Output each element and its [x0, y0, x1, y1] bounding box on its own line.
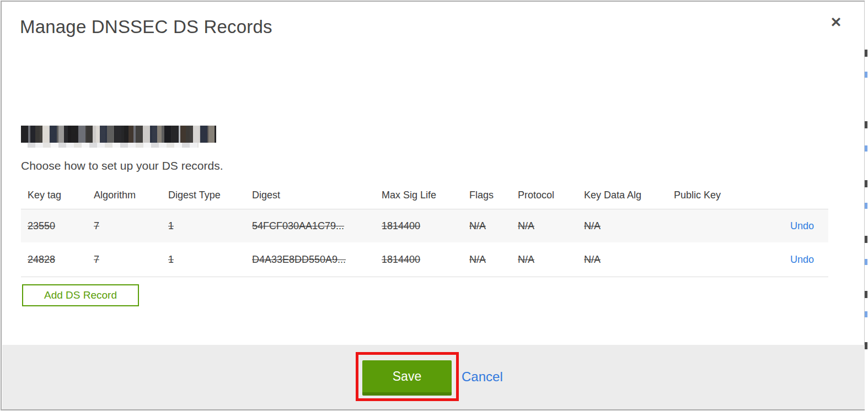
cell-algorithm: 7: [94, 254, 168, 266]
add-ds-record-button[interactable]: Add DS Record: [22, 284, 139, 306]
col-header-max-sig-life: Max Sig Life: [382, 190, 469, 201]
table-row: 24828 7 1 D4A33E8DD550A9... 1814400 N/A …: [21, 242, 828, 277]
col-header-public-key: Public Key: [674, 190, 751, 201]
clipped-background-text: [865, 145, 867, 152]
screenshot-canvas: Manage DNSSEC DS Records ✕ Choose how to…: [0, 0, 868, 411]
cell-protocol: N/A: [518, 254, 584, 266]
clipped-background-text: [865, 50, 867, 57]
redacted-domain-name: [21, 126, 216, 143]
clipped-background-text: [865, 236, 867, 243]
col-header-key-tag: Key tag: [21, 190, 94, 201]
cell-flags: N/A: [469, 254, 518, 266]
clipped-background-text: [865, 291, 867, 298]
table-header-row: Key tag Algorithm Digest Type Digest Max…: [21, 182, 828, 209]
clipped-background-text: [865, 121, 867, 128]
clipped-background-text: [865, 342, 867, 349]
col-header-protocol: Protocol: [518, 190, 584, 201]
table-row: 23550 7 1 54FCF030AA1C79... 1814400 N/A …: [21, 209, 828, 242]
col-header-algorithm: Algorithm: [94, 190, 168, 201]
close-icon[interactable]: ✕: [827, 13, 845, 31]
manage-dnssec-modal: Manage DNSSEC DS Records ✕ Choose how to…: [1, 1, 865, 410]
undo-link[interactable]: Undo: [790, 254, 814, 265]
cell-key-tag: 23550: [21, 220, 94, 232]
cell-max-sig-life: 1814400: [382, 254, 469, 266]
cell-key-data-alg: N/A: [584, 220, 674, 232]
cell-max-sig-life: 1814400: [382, 220, 469, 232]
cell-digest-type: 1: [168, 220, 252, 232]
clipped-background-text: [865, 180, 867, 187]
col-header-key-data-alg: Key Data Alg: [584, 190, 674, 201]
clipped-background-text: [865, 259, 867, 265]
clipped-background-text: [865, 311, 867, 317]
cell-flags: N/A: [469, 220, 518, 232]
background-page-sliver: [865, 0, 868, 411]
clipped-background-text: [865, 72, 867, 78]
redacted-domain-name-blur: [28, 143, 199, 148]
save-button[interactable]: Save: [362, 360, 452, 396]
col-header-digest: Digest: [252, 190, 382, 201]
cell-digest: D4A33E8DD550A9...: [252, 254, 382, 266]
modal-title: Manage DNSSEC DS Records: [20, 17, 272, 37]
cell-protocol: N/A: [518, 220, 584, 232]
cell-key-tag: 24828: [21, 254, 94, 266]
ds-records-table: Key tag Algorithm Digest Type Digest Max…: [21, 182, 828, 277]
cancel-link[interactable]: Cancel: [462, 369, 503, 385]
clipped-background-text: [865, 203, 867, 209]
col-header-digest-type: Digest Type: [168, 190, 252, 201]
cell-algorithm: 7: [94, 220, 168, 232]
cell-key-data-alg: N/A: [584, 254, 674, 266]
undo-link[interactable]: Undo: [790, 220, 814, 231]
cell-digest-type: 1: [168, 254, 252, 266]
modal-subtitle: Choose how to set up your DS records.: [21, 159, 223, 172]
col-header-flags: Flags: [469, 190, 518, 201]
cell-digest: 54FCF030AA1C79...: [252, 220, 382, 232]
